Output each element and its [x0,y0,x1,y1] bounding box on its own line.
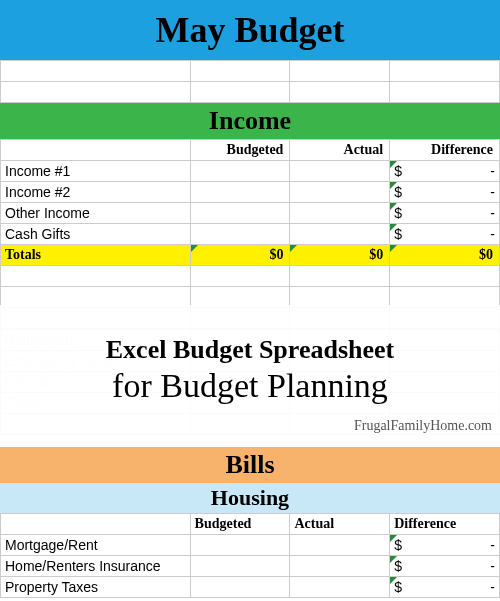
diff-cell: $- [390,556,500,577]
col-budgeted: Budgeted [190,514,290,535]
page-title: May Budget [0,0,500,60]
totals-difference: $0 [390,245,500,266]
watermark: FrugalFamilyHome.com [354,418,492,434]
col-difference: Difference [390,514,500,535]
row-label: Property Taxes [1,577,191,598]
blank-rows-top [0,60,500,103]
row-label: Mortgage/Rent [1,535,191,556]
col-budgeted: Budgeted [190,140,290,161]
diff-cell: $- [390,535,500,556]
diff-cell: $- [390,203,500,224]
table-row: Property Taxes $- [1,577,500,598]
row-label: Income #2 [1,182,191,203]
bills-table: Budgeted Actual Difference Mortgage/Rent… [0,513,500,598]
table-row: Income #1 $- [1,161,500,182]
totals-actual: $0 [290,245,390,266]
col-actual: Actual [290,514,390,535]
diff-cell: $- [390,224,500,245]
diff-cell: $- [390,182,500,203]
income-table: Budgeted Actual Difference Income #1 $- … [0,139,500,329]
bills-subheading: Housing [0,483,500,513]
table-row: Cash Gifts $- [1,224,500,245]
table-row: Mortgage/Rent $- [1,535,500,556]
totals-label: Totals [1,245,191,266]
diff-cell: $- [390,161,500,182]
totals-row: Totals $0 $0 $0 [1,245,500,266]
col-actual: Actual [290,140,390,161]
col-difference: Difference [390,140,500,161]
table-row: Income #2 $- [1,182,500,203]
income-heading: Income [0,103,500,139]
totals-budgeted: $0 [190,245,290,266]
row-label: Income #1 [1,161,191,182]
row-label: Home/Renters Insurance [1,556,191,577]
income-header-row: Budgeted Actual Difference [1,140,500,161]
table-row: Home/Renters Insurance $- [1,556,500,577]
row-label: Other Income [1,203,191,224]
row-label: Cash Gifts [1,224,191,245]
table-row: Other Income $- [1,203,500,224]
diff-cell: $- [390,577,500,598]
bills-header-row: Budgeted Actual Difference [1,514,500,535]
bills-heading: Bills [0,447,500,483]
